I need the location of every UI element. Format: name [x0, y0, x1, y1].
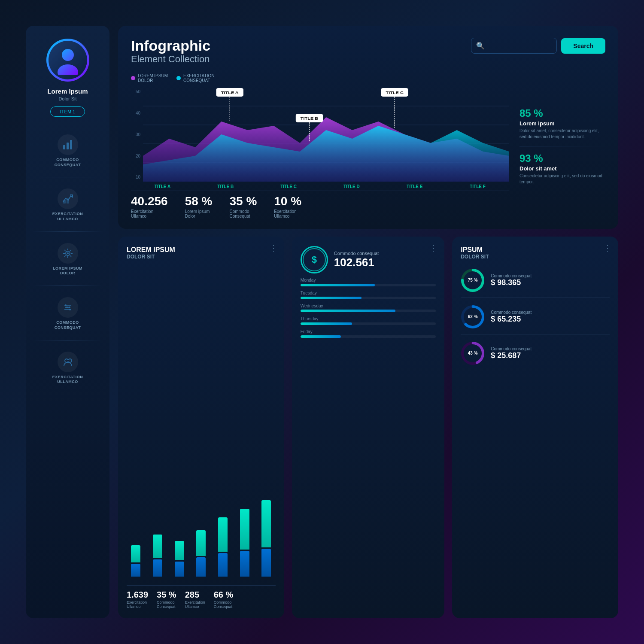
- nav-icon-exercitation2: [58, 352, 78, 372]
- svg-line-16: [64, 255, 66, 257]
- panel-mid: ⋮ $ Commodo consequat 102.561 Monday Tue…: [292, 237, 444, 618]
- svg-point-0: [62, 49, 74, 61]
- day-bar-fill: [301, 322, 352, 325]
- donut-text-0: Commodo consequat $ 98.365: [491, 273, 532, 287]
- chart-section: LOREM IPSUMDOLOR EXERCITATIONCONSEQUAT 5…: [131, 73, 605, 219]
- sidebar-divider-1: [32, 123, 103, 123]
- day-name: Wednesday: [301, 304, 436, 308]
- day-bar-fill: [301, 335, 341, 338]
- svg-text:TITLE C: TITLE C: [386, 91, 403, 95]
- chart-right-stats: 85 % Lorem ipsum Dolor sit amet, consect…: [519, 73, 605, 219]
- page-title-main: Infographic: [131, 38, 210, 54]
- pbs-num-1: 35 %: [157, 590, 176, 600]
- chart-plot: TITLE A TITLE B TITLE C: [143, 87, 509, 182]
- donut-row: 75 % Commodo consequat $ 98.365: [461, 268, 610, 298]
- svg-rect-2: [63, 145, 65, 149]
- panel-mid-dots[interactable]: ⋮: [430, 243, 437, 253]
- stat-label-2: CommodoConsequat: [229, 209, 257, 219]
- svg-line-14: [70, 255, 71, 257]
- bar-seg-top: [261, 500, 271, 547]
- day-row: Friday: [301, 329, 436, 338]
- donut-text-2: Commodo consequat $ 25.687: [491, 346, 532, 360]
- search-button[interactable]: Search: [561, 38, 605, 54]
- bar-col: [149, 535, 167, 577]
- svg-point-1: [58, 64, 78, 75]
- sidebar-item-exercitation2[interactable]: EXERCITATIONULLAMCO: [32, 346, 103, 388]
- panel-right: ⋮ IPSUM DOLOR SIT 75 % Commodo consequat…: [452, 237, 618, 618]
- search-icon: 🔍: [476, 42, 485, 50]
- panel-left-stats: 1.639 ExercitationUllamco 35 % CommodoCo…: [127, 585, 276, 609]
- svg-point-8: [67, 252, 69, 254]
- donut-label-2: 43 %: [461, 341, 485, 365]
- bar-seg-bot: [175, 562, 184, 577]
- pbs-num-3: 66 %: [214, 590, 234, 600]
- sidebar-divider-4: [32, 286, 103, 286]
- nav-icon-exercitation: [58, 188, 78, 209]
- chart-y-labels: 50 40 30 20 10: [131, 87, 140, 182]
- bar-seg-top: [131, 545, 140, 562]
- day-name: Tuesday: [301, 291, 436, 295]
- panel-left: ⋮ LOREM IPSUM DOLOR SIT 1.639 Exercitati: [118, 237, 284, 618]
- bar-seg-top: [153, 535, 162, 558]
- nav-label-exercitation: EXERCITATIONULLAMCO: [52, 212, 83, 222]
- x-label-f: TITLE F: [446, 184, 509, 189]
- main-content: Infographic Element Collection 🔍 Search: [118, 26, 618, 618]
- avatar-ring: [46, 39, 89, 82]
- bar-seg-bot: [240, 551, 249, 577]
- svg-point-17: [65, 307, 67, 308]
- chart-main: LOREM IPSUMDOLOR EXERCITATIONCONSEQUAT 5…: [131, 73, 509, 219]
- donut-wrap-1: 62 %: [461, 305, 485, 329]
- bottom-panels: ⋮ LOREM IPSUM DOLOR SIT 1.639 Exercitati: [118, 237, 618, 618]
- item1-button[interactable]: ITEM 1: [50, 106, 85, 117]
- svg-text:TITLE B: TITLE B: [301, 116, 318, 121]
- day-bar-track: [301, 335, 436, 338]
- bar-seg-top: [240, 509, 249, 550]
- day-bar-fill: [301, 310, 395, 312]
- bar-chart-area: [127, 265, 276, 581]
- nav-icon-commodo: [58, 134, 78, 155]
- svg-point-22: [65, 304, 67, 306]
- svg-rect-5: [63, 200, 66, 204]
- donut-label-0: 75 %: [461, 268, 485, 292]
- chart-legend: LOREM IPSUMDOLOR EXERCITATIONCONSEQUAT: [131, 73, 509, 83]
- donut-sublabel-2: Commodo consequat: [491, 346, 532, 351]
- search-area: 🔍 Search: [471, 38, 605, 54]
- sidebar-divider-5: [32, 340, 103, 340]
- right-stat-title-1: Dolor sit amet: [519, 165, 605, 172]
- nav-label-commodo2: COMMODOCONSEQUAT: [55, 320, 81, 330]
- right-stat-divider: [519, 146, 605, 146]
- donut-row: 43 % Commodo consequat $ 25.687: [461, 341, 610, 371]
- legend-dot-0: [131, 76, 135, 80]
- x-label-a: TITLE A: [131, 184, 194, 189]
- svg-line-15: [70, 250, 71, 251]
- top-panel: Infographic Element Collection 🔍 Search: [118, 26, 618, 229]
- pbs-label-0: ExercitationUllamco: [127, 600, 148, 609]
- pbs-num-0: 1.639: [127, 590, 148, 600]
- svg-point-26: [67, 360, 69, 361]
- panel-left-dots[interactable]: ⋮: [270, 243, 277, 253]
- user-name: Lorem Ipsum: [47, 88, 88, 95]
- bar-seg-bot: [261, 549, 271, 577]
- mid-value: 102.561: [334, 256, 379, 269]
- sidebar-item-commodo2[interactable]: COMMODOCONSEQUAT: [32, 292, 103, 334]
- pbs-2: 285 ExercitationUllamco: [185, 590, 205, 609]
- sidebar-item-commodo[interactable]: COMMODOCONSEQUAT: [32, 129, 103, 171]
- panel-left-title: LOREM IPSUM: [127, 246, 276, 254]
- donut-text-1: Commodo consequat $ 65.235: [491, 310, 532, 324]
- bar-seg-top: [218, 517, 228, 552]
- panel-right-dots[interactable]: ⋮: [604, 243, 611, 253]
- mid-label: Commodo consequat: [334, 251, 379, 256]
- pbs-0: 1.639 ExercitationUllamco: [127, 590, 148, 609]
- sidebar-item-lorem[interactable]: LOREM IPSUMDOLOR: [32, 238, 103, 279]
- day-bar-track: [301, 297, 436, 299]
- sidebar: Lorem Ipsum Dolor Sit ITEM 1 COMMODOCONS…: [26, 26, 109, 618]
- x-label-c: TITLE C: [257, 184, 320, 189]
- right-stat-pct-0: 85 %: [519, 107, 605, 119]
- svg-line-13: [64, 250, 66, 251]
- day-bar-track: [301, 310, 436, 312]
- sidebar-item-exercitation[interactable]: EXERCITATIONULLAMCO: [32, 183, 103, 225]
- pbs-label-1: CommodoConsequat: [157, 600, 176, 609]
- donut-value-1: $ 65.235: [491, 315, 532, 324]
- bar-seg-bot: [218, 553, 228, 577]
- donut-sublabel-0: Commodo consequat: [491, 273, 532, 278]
